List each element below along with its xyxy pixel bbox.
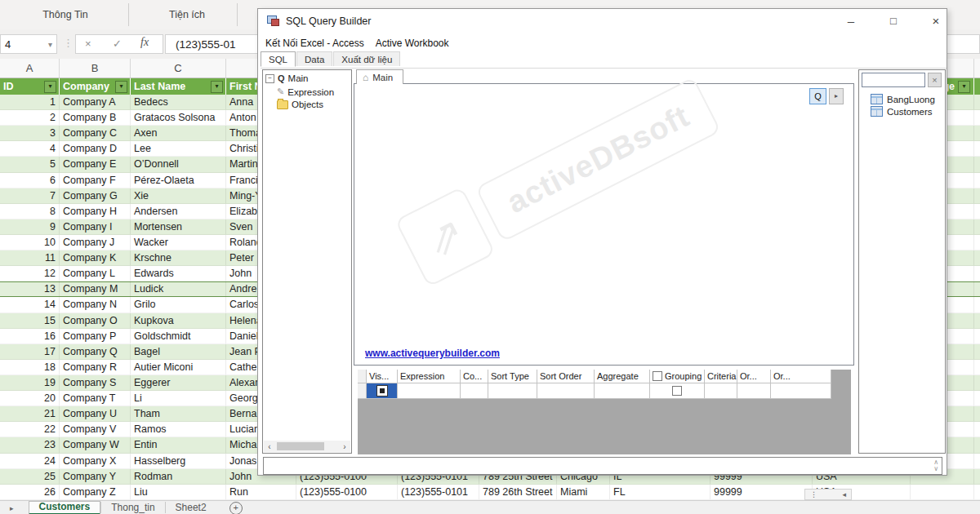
sheet-cell[interactable]: Company N bbox=[60, 297, 131, 312]
sheet-cell[interactable]: Company W bbox=[60, 437, 131, 453]
sheet-cell[interactable]: FL bbox=[610, 485, 710, 500]
sheet-cell[interactable]: Edwards bbox=[131, 266, 226, 281]
filter-icon[interactable]: ▾ bbox=[44, 81, 56, 93]
column-header[interactable]: Last Name▾ bbox=[131, 78, 226, 95]
query-canvas[interactable]: Q ▸ ⇗ activeDBsoft www.activequerybuilde… bbox=[354, 83, 854, 366]
sheet-cell[interactable] bbox=[974, 126, 980, 141]
name-box[interactable]: 4 ▾ bbox=[0, 34, 57, 54]
horizontal-scrollbar[interactable]: ⋮ ◂ bbox=[804, 489, 852, 500]
sheet-cell[interactable]: Company X bbox=[60, 454, 131, 469]
sheet-cell[interactable] bbox=[974, 329, 980, 344]
sheet-cell[interactable] bbox=[911, 485, 974, 500]
sheet-cell[interactable]: 10 bbox=[0, 235, 60, 250]
sheet-cell[interactable]: 789 26th Street bbox=[479, 485, 557, 500]
sheet-cell[interactable] bbox=[974, 485, 980, 500]
sheet-cell[interactable]: Company Y bbox=[60, 469, 131, 485]
sheet-cell[interactable]: Company V bbox=[60, 422, 131, 437]
cancel-icon[interactable]: × bbox=[85, 38, 91, 50]
grid-cell[interactable] bbox=[398, 383, 461, 399]
grid-column-header[interactable]: Or... bbox=[737, 370, 771, 383]
schema-search-input[interactable] bbox=[862, 73, 925, 87]
column-header[interactable] bbox=[974, 78, 980, 95]
grid-cell-visible[interactable] bbox=[367, 383, 398, 399]
column-letter[interactable]: C bbox=[131, 59, 226, 78]
sheet-cell[interactable]: 13 bbox=[0, 281, 60, 297]
grid-column-header[interactable]: Aggregate bbox=[595, 370, 650, 383]
sheet-cell[interactable]: Company T bbox=[60, 391, 131, 406]
grid-column-header[interactable]: Expression bbox=[398, 370, 461, 383]
sheet-cell[interactable] bbox=[974, 173, 980, 188]
sheet-cell[interactable]: 16 bbox=[0, 329, 60, 344]
sheet-cell[interactable]: 24 bbox=[0, 454, 60, 469]
sheet-cell[interactable]: Company E bbox=[60, 157, 131, 172]
scroll-right-icon[interactable]: › bbox=[339, 442, 350, 451]
sheet-cell[interactable]: 2 bbox=[0, 110, 60, 126]
sheet-tab-sheet2[interactable]: Sheet2 bbox=[165, 502, 216, 513]
sheet-tab-customers[interactable]: Customers bbox=[29, 501, 101, 514]
grouping-row-checkbox[interactable] bbox=[672, 386, 682, 396]
sheet-cell[interactable]: Company P bbox=[60, 329, 131, 344]
sheet-cell[interactable] bbox=[974, 235, 980, 250]
sheet-cell[interactable] bbox=[974, 157, 980, 172]
grid-cell-grouping[interactable] bbox=[650, 383, 705, 399]
grid-column-header[interactable]: Sort Order bbox=[537, 370, 595, 383]
sheet-cell[interactable]: Company C bbox=[60, 126, 131, 141]
sheet-cell[interactable]: Company Q bbox=[60, 344, 131, 360]
sheet-cell[interactable]: Company B bbox=[60, 110, 131, 126]
query-main-tab[interactable]: ⌂ Main bbox=[356, 69, 403, 84]
sheet-cell[interactable]: Bedecs bbox=[131, 95, 226, 110]
menu-item-1[interactable]: Kết Nối Excel - Access bbox=[260, 35, 370, 51]
sheet-tab-thong_tin[interactable]: Thong_tin bbox=[100, 502, 164, 513]
tree-item-objects[interactable]: Objects bbox=[263, 98, 351, 110]
maximize-button[interactable]: □ bbox=[880, 11, 906, 31]
sheet-cell[interactable]: 12 bbox=[0, 266, 60, 281]
spin-down-icon[interactable]: ∨ bbox=[933, 466, 938, 472]
dialog-tab-data[interactable]: Data bbox=[296, 51, 332, 66]
dropdown-icon[interactable]: ▾ bbox=[48, 40, 52, 49]
sheet-cell[interactable] bbox=[974, 437, 980, 453]
sheet-cell[interactable] bbox=[974, 266, 980, 281]
filter-icon[interactable]: ▾ bbox=[958, 81, 970, 93]
grid-column-header[interactable]: Co... bbox=[461, 370, 488, 383]
sheet-cell[interactable]: Company L bbox=[60, 266, 131, 281]
sheet-cell[interactable]: Company U bbox=[60, 406, 131, 422]
fx-icon[interactable]: fx bbox=[140, 36, 149, 49]
grid-cell[interactable] bbox=[705, 383, 737, 399]
grouping-checkbox[interactable] bbox=[653, 371, 662, 381]
collapse-icon[interactable]: − bbox=[265, 74, 274, 83]
sheet-cell[interactable]: Xie bbox=[131, 188, 226, 204]
splitter-icon[interactable]: ⋮ bbox=[63, 37, 74, 49]
sheet-cell[interactable]: Company K bbox=[60, 250, 131, 266]
scroll-thumb[interactable] bbox=[277, 442, 324, 450]
sheet-cell[interactable]: Tham bbox=[131, 406, 226, 422]
sheet-cell[interactable]: Li bbox=[131, 391, 226, 406]
check-icon[interactable]: ✓ bbox=[113, 38, 122, 50]
grid-cell[interactable] bbox=[737, 383, 771, 399]
tree-item-expression[interactable]: ✎Expression bbox=[263, 85, 351, 98]
grid-column-header[interactable]: Vis... bbox=[367, 370, 398, 383]
schema-item-bangluong[interactable]: BangLuong bbox=[862, 93, 943, 105]
sheet-cell[interactable]: Company D bbox=[60, 141, 131, 157]
sheet-cell[interactable]: 4 bbox=[0, 141, 60, 157]
grid-cell[interactable] bbox=[771, 383, 831, 399]
ribbon-tab-2[interactable]: Tiện ích bbox=[149, 9, 225, 20]
sheet-cell[interactable]: Ludick bbox=[131, 281, 226, 297]
sheet-cell[interactable]: Hasselberg bbox=[131, 454, 226, 469]
sheet-cell[interactable] bbox=[974, 406, 980, 422]
close-button[interactable]: × bbox=[923, 11, 949, 31]
sheet-cell[interactable] bbox=[974, 95, 980, 110]
clear-icon[interactable]: × bbox=[928, 73, 942, 87]
column-letter[interactable] bbox=[974, 59, 980, 78]
sheet-cell[interactable]: Goldschmidt bbox=[131, 329, 226, 344]
sheet-cell[interactable]: Company S bbox=[60, 375, 131, 391]
sheet-cell[interactable] bbox=[974, 110, 980, 126]
tree-scrollbar[interactable]: ‹ › bbox=[264, 441, 350, 452]
sheet-cell[interactable]: Grilo bbox=[131, 297, 226, 312]
sheet-cell[interactable]: 14 bbox=[0, 297, 60, 312]
filter-icon[interactable]: ▾ bbox=[115, 81, 127, 93]
sheet-cell[interactable]: 3 bbox=[0, 126, 60, 141]
sheet-cell[interactable]: Pérez-Olaeta bbox=[131, 173, 226, 188]
dialog-tab-sql[interactable]: SQL bbox=[261, 51, 296, 67]
dialog-tab-xuất-dữ-liệu[interactable]: Xuất dữ liệu bbox=[333, 51, 400, 66]
sheet-cell[interactable]: Company A bbox=[60, 95, 131, 110]
